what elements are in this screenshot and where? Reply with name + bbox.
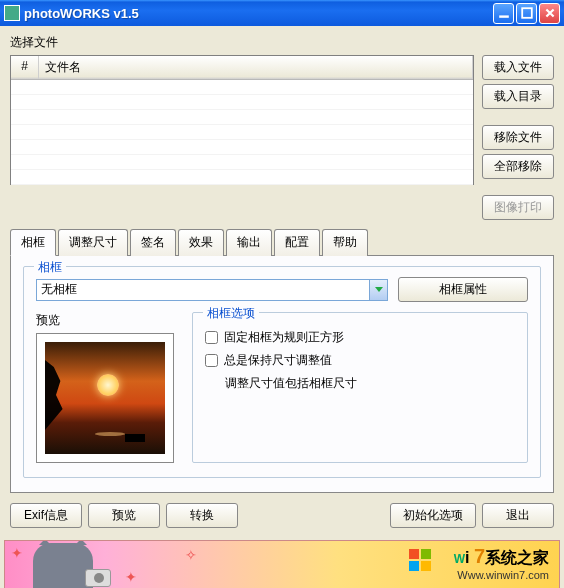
- preview-box: [36, 333, 174, 463]
- keep-size-label: 总是保持尺寸调整值: [224, 352, 332, 369]
- tab-effect[interactable]: 效果: [178, 229, 224, 256]
- convert-button[interactable]: 转换: [166, 503, 238, 528]
- frame-options-fieldset: 相框选项 固定相框为规则正方形 总是保持尺寸调整值 调整尺寸值包括相框尺寸: [192, 312, 528, 463]
- file-table[interactable]: # 文件名: [10, 55, 474, 185]
- exif-button[interactable]: Exif信息: [10, 503, 82, 528]
- tab-output[interactable]: 输出: [226, 229, 272, 256]
- tab-row: 相框 调整尺寸 签名 效果 输出 配置 帮助: [10, 229, 554, 256]
- minimize-button[interactable]: [493, 3, 514, 24]
- svg-rect-0: [499, 15, 509, 17]
- frame-combo[interactable]: 无相框: [36, 279, 388, 301]
- window-title: photoWORKS v1.5: [24, 6, 493, 21]
- brand-text: Wi 7系统之家: [454, 545, 549, 569]
- frame-legend: 相框: [34, 259, 66, 276]
- frame-options-legend: 相框选项: [203, 305, 259, 322]
- frame-combo-value: 无相框: [41, 281, 77, 298]
- col-header-num[interactable]: #: [11, 56, 39, 79]
- keep-size-checkbox[interactable]: [205, 354, 218, 367]
- file-table-rows[interactable]: [11, 80, 473, 185]
- preview-image: [45, 342, 165, 454]
- tab-resize[interactable]: 调整尺寸: [58, 229, 128, 256]
- col-header-name[interactable]: 文件名: [39, 56, 473, 79]
- tab-frame[interactable]: 相框: [10, 229, 56, 256]
- init-options-button[interactable]: 初始化选项: [390, 503, 476, 528]
- load-file-button[interactable]: 载入文件: [482, 55, 554, 80]
- chevron-down-icon[interactable]: [369, 280, 387, 300]
- frame-properties-button[interactable]: 相框属性: [398, 277, 528, 302]
- load-dir-button[interactable]: 载入目录: [482, 84, 554, 109]
- cat-illustration: [33, 543, 93, 588]
- tab-signature[interactable]: 签名: [130, 229, 176, 256]
- app-icon: [4, 5, 20, 21]
- close-button[interactable]: [539, 3, 560, 24]
- windows-flag-icon: [409, 549, 431, 571]
- titlebar: photoWORKS v1.5: [0, 0, 564, 26]
- preview-label: 预览: [36, 312, 174, 329]
- tab-config[interactable]: 配置: [274, 229, 320, 256]
- preview-button[interactable]: 预览: [88, 503, 160, 528]
- footer-banner: ✦ ✦ ✧ Wi 7系统之家 Www.winwin7.com: [4, 540, 560, 588]
- square-frame-checkbox[interactable]: [205, 331, 218, 344]
- select-file-label: 选择文件: [10, 34, 554, 51]
- maximize-button[interactable]: [516, 3, 537, 24]
- camera-icon: [85, 569, 111, 587]
- frame-fieldset: 相框 无相框 相框属性 预览: [23, 266, 541, 478]
- keep-size-sublabel: 调整尺寸值包括相框尺寸: [225, 375, 515, 392]
- square-frame-label: 固定相框为规则正方形: [224, 329, 344, 346]
- svg-rect-1: [522, 8, 532, 18]
- remove-file-button[interactable]: 移除文件: [482, 125, 554, 150]
- exit-button[interactable]: 退出: [482, 503, 554, 528]
- image-print-button[interactable]: 图像打印: [482, 195, 554, 220]
- tab-help[interactable]: 帮助: [322, 229, 368, 256]
- file-table-header: # 文件名: [11, 56, 473, 80]
- brand-url: Www.winwin7.com: [454, 569, 549, 581]
- tab-panel-frame: 相框 无相框 相框属性 预览: [10, 255, 554, 493]
- remove-all-button[interactable]: 全部移除: [482, 154, 554, 179]
